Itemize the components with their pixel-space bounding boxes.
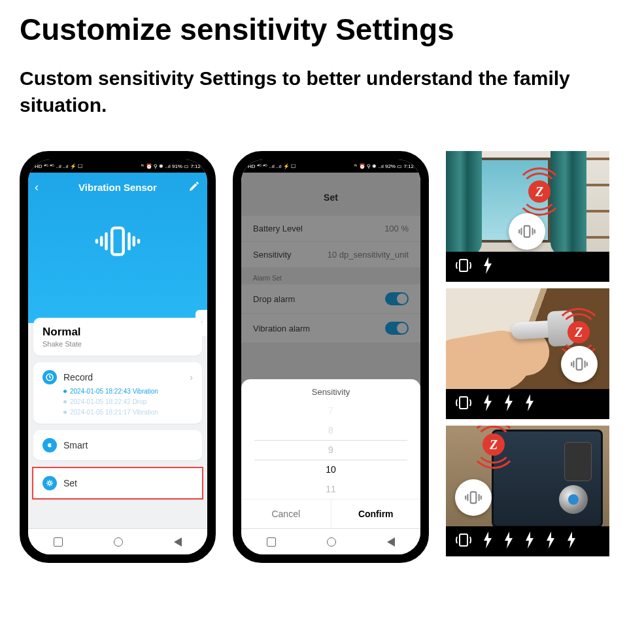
picker-option[interactable]: 8 bbox=[241, 420, 420, 440]
record-entry: 2024-01-05 18:21:17 Vibration bbox=[63, 409, 193, 416]
recent-apps-button[interactable] bbox=[54, 537, 63, 547]
bolt-icon bbox=[503, 394, 514, 414]
bolt-icon bbox=[545, 532, 556, 551]
svg-point-6 bbox=[48, 482, 51, 484]
screen-title: Vibration Sensor bbox=[28, 173, 207, 201]
status-bar: HD ⁴ᴳ ⁴ᴳ ..ıl ..ıl ⚡ ☐ ᴺ ⏰ ⚲ ✱ ..ıl 91% … bbox=[28, 160, 207, 173]
scene-tile-curtain: Z bbox=[446, 151, 609, 282]
home-button[interactable] bbox=[114, 537, 123, 547]
recent-apps-button[interactable] bbox=[267, 537, 276, 547]
bolt-icon bbox=[524, 532, 535, 551]
record-card[interactable]: Record › 2024-01-05 18:22:43 Vibration 2… bbox=[33, 362, 202, 424]
vibration-sensor-icon bbox=[28, 218, 207, 264]
android-nav-bar bbox=[28, 528, 207, 554]
phone-mockup-settings: HD ⁴ᴳ ⁴ᴳ ..ıl ..ıl ⚡ ☐ ᴺ ⏰ ⚲ ✱ ..ıl 92% … bbox=[233, 151, 429, 563]
bolt-icon bbox=[483, 532, 493, 551]
status-right: ᴺ ⏰ ⚲ ✱ ..ıl 92% ▭ 7:12 bbox=[354, 163, 414, 169]
picker-option[interactable]: 9 bbox=[241, 440, 420, 460]
shake-icon bbox=[455, 394, 472, 414]
picker-wheel[interactable]: 7 8 9 10 11 12 13 bbox=[241, 401, 420, 499]
cancel-button[interactable]: Cancel bbox=[241, 500, 331, 528]
sensor-icon bbox=[455, 479, 492, 516]
shake-icon bbox=[455, 532, 472, 551]
clock-icon bbox=[42, 370, 57, 384]
record-entry: 2024-01-05 18:22:42 Drop bbox=[63, 398, 193, 405]
svg-point-5 bbox=[51, 445, 53, 447]
android-nav-bar bbox=[241, 528, 420, 554]
smart-card[interactable]: Smart bbox=[33, 430, 202, 460]
set-label: Set bbox=[63, 478, 77, 488]
back-nav-button[interactable] bbox=[387, 537, 395, 547]
scene-tile-door: Z bbox=[446, 288, 609, 419]
status-right: ᴺ ⏰ ⚲ ✱ ..ıl 91% ▭ 7:12 bbox=[141, 163, 201, 169]
picker-option[interactable]: 7 bbox=[241, 401, 420, 420]
chevron-right-icon: › bbox=[190, 372, 193, 382]
status-left: HD ⁴ᴳ ⁴ᴳ ..ıl ..ıl ⚡ ☐ bbox=[35, 163, 82, 169]
phone-mockup-main: HD ⁴ᴳ ⁴ᴳ ..ıl ..ıl ⚡ ☐ ᴺ ⏰ ⚲ ✱ ..ıl 91% … bbox=[20, 151, 216, 563]
record-label: Record bbox=[63, 372, 93, 382]
state-label: Shake State bbox=[42, 340, 193, 348]
smart-label: Smart bbox=[63, 440, 88, 450]
subheadline: Custom sensitivity Settings to better un… bbox=[20, 65, 624, 118]
smart-icon bbox=[42, 438, 57, 452]
scene-tile-safe: Z bbox=[446, 426, 609, 556]
sheet-title: Sensitivity bbox=[241, 387, 420, 397]
zigbee-icon: Z bbox=[528, 180, 551, 203]
sensitivity-picker-sheet: Sensitivity 7 8 9 10 11 12 13 Cancel Con… bbox=[241, 379, 420, 528]
zigbee-icon: Z bbox=[483, 433, 505, 456]
gear-icon bbox=[42, 476, 57, 490]
sensor-icon bbox=[561, 346, 598, 382]
edit-button[interactable] bbox=[189, 180, 199, 194]
bolt-icon bbox=[566, 532, 577, 551]
picker-option[interactable]: 11 bbox=[241, 479, 420, 499]
set-card[interactable]: Set bbox=[32, 467, 203, 500]
status-left: HD ⁴ᴳ ⁴ᴳ ..ıl ..ıl ⚡ ☐ bbox=[248, 163, 296, 169]
home-button[interactable] bbox=[327, 537, 336, 547]
confirm-button[interactable]: Confirm bbox=[331, 500, 421, 528]
bolt-icon bbox=[503, 532, 514, 551]
back-button[interactable]: ‹ bbox=[35, 180, 39, 194]
back-nav-button[interactable] bbox=[174, 537, 182, 547]
bolt-icon bbox=[483, 257, 493, 277]
state-card: Normal Shake State bbox=[33, 318, 202, 356]
zigbee-icon: Z bbox=[568, 321, 590, 343]
bolt-icon bbox=[524, 394, 535, 414]
headline: Customize sensitivity Settings bbox=[20, 12, 624, 47]
status-bar: HD ⁴ᴳ ⁴ᴳ ..ıl ..ıl ⚡ ☐ ᴺ ⏰ ⚲ ✱ ..ıl 92% … bbox=[241, 160, 420, 173]
shake-icon bbox=[455, 257, 472, 277]
sensor-icon bbox=[509, 213, 545, 250]
scene-tiles: Z Z bbox=[446, 151, 609, 556]
record-entry: 2024-01-05 18:22:43 Vibration bbox=[63, 388, 193, 395]
state-value: Normal bbox=[42, 326, 193, 339]
picker-option-selected[interactable]: 10 bbox=[241, 460, 420, 479]
bolt-icon bbox=[483, 394, 493, 414]
